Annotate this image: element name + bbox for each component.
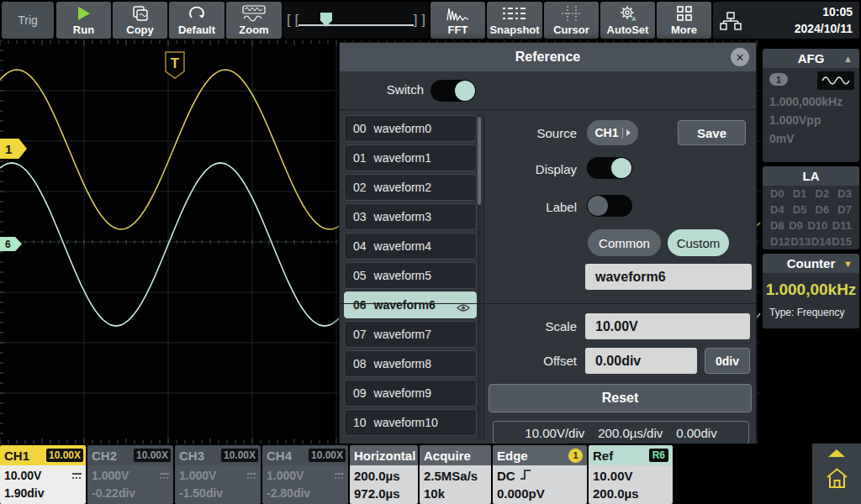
more-label: More bbox=[671, 24, 697, 36]
dc-coupling-icon bbox=[246, 467, 257, 485]
ch1-status-block[interactable]: CH110.00X 10.00V 1.90div bbox=[0, 445, 86, 504]
svg-text:A: A bbox=[631, 15, 637, 22]
divider bbox=[340, 303, 756, 304]
run-label: Run bbox=[73, 24, 94, 36]
snapshot-button[interactable]: Snapshot bbox=[487, 2, 542, 39]
network-icon bbox=[720, 12, 742, 34]
acquire-status-block[interactable]: Acquire 2.5MSa/s10k bbox=[420, 445, 491, 504]
scrollbar-thumb[interactable] bbox=[478, 117, 481, 205]
list-item-waveform5[interactable]: 05waveform5 bbox=[344, 262, 477, 289]
date-text: 2024/10/11 bbox=[795, 22, 853, 35]
save-button[interactable]: Save bbox=[678, 120, 746, 145]
custom-button[interactable]: Custom bbox=[668, 229, 729, 256]
ch3-status-block[interactable]: CH310.00X 1.000V -1.50div bbox=[175, 445, 261, 504]
svg-text:T: T bbox=[171, 55, 180, 71]
dialog-titlebar[interactable]: Reference ✕ bbox=[340, 43, 756, 71]
zoom-label: Zoom bbox=[239, 24, 268, 36]
right-sidebar: AFG ▲ 1 1.000,000kHz 1.000Vpp 0mV LA D0D… bbox=[761, 40, 861, 444]
autoset-label: AutoSet bbox=[607, 24, 649, 36]
cursor-crosshair-icon bbox=[561, 5, 583, 22]
ch4-status-block[interactable]: CH410.00X 1.000V -2.80div bbox=[262, 445, 348, 504]
home-icon[interactable] bbox=[826, 467, 848, 492]
list-item-waveform9[interactable]: 09waveform9 bbox=[344, 380, 477, 407]
reset-button[interactable]: Reset bbox=[489, 384, 752, 412]
list-item-waveform7[interactable]: 07waveform7 bbox=[344, 321, 477, 348]
expand-up-icon[interactable] bbox=[828, 449, 845, 457]
trigger-source-badge: 1 bbox=[568, 449, 583, 463]
more-button[interactable]: More bbox=[657, 2, 711, 39]
list-item-waveform0[interactable]: 00waveform0 bbox=[344, 115, 477, 142]
horizontal-status-block[interactable]: Horizontal 200.0µs972.0µs bbox=[350, 445, 418, 504]
list-item-waveform3[interactable]: 03waveform3 bbox=[344, 203, 477, 230]
divider bbox=[483, 113, 484, 440]
play-icon bbox=[78, 5, 90, 22]
trig-button[interactable]: Trig bbox=[2, 2, 54, 39]
list-item-waveform1[interactable]: 01waveform1 bbox=[344, 144, 477, 171]
ch1-marker-label: 1 bbox=[5, 142, 12, 156]
default-label: Default bbox=[178, 24, 215, 36]
display-toggle[interactable] bbox=[587, 157, 632, 179]
offset-label: Offset bbox=[489, 354, 577, 368]
list-item-waveform4[interactable]: 04waveform4 bbox=[344, 233, 477, 260]
ch2-probe-badge: 10.00X bbox=[134, 449, 171, 462]
common-button[interactable]: Common bbox=[588, 229, 661, 256]
la-panel-header[interactable]: LA bbox=[763, 166, 859, 186]
rising-edge-icon bbox=[520, 467, 531, 485]
label-toggle[interactable] bbox=[587, 195, 632, 217]
copy-icon bbox=[131, 5, 150, 22]
info-offset: 0.00div bbox=[676, 426, 716, 440]
ch2-status-block[interactable]: CH210.00X 1.000V -0.22div bbox=[87, 445, 173, 504]
cursor-button[interactable]: Cursor bbox=[544, 2, 599, 39]
zoom-button[interactable]: Zoom bbox=[226, 2, 282, 39]
label-label: Label bbox=[489, 200, 577, 214]
dialog-title: Reference bbox=[515, 50, 580, 65]
slider-rail bbox=[298, 24, 414, 26]
chevron-right-icon bbox=[626, 129, 631, 136]
list-item-waveform10[interactable]: 10waveform10 bbox=[344, 409, 477, 436]
scale-input[interactable]: 10.00V bbox=[585, 313, 750, 339]
clock-panel[interactable]: 10:05 2024/10/11 bbox=[713, 2, 859, 39]
afg-offset: 0mV bbox=[769, 132, 795, 145]
status-bar: CH110.00X 10.00V 1.90div CH210.00X 1.000… bbox=[0, 444, 861, 504]
list-icon bbox=[502, 5, 527, 22]
list-item-waveform6-selected[interactable]: 06waveform6 bbox=[344, 291, 477, 318]
edge-trigger-status-block[interactable]: Edge 1 DC 0.000pV bbox=[493, 445, 587, 504]
reference-dialog: Reference ✕ Switch 00waveform0 01wavefor… bbox=[339, 42, 757, 445]
offset-zero-button[interactable]: 0div bbox=[705, 348, 750, 374]
afg-channel-badge: 1 bbox=[769, 73, 788, 86]
gear-icon: A bbox=[618, 5, 638, 22]
copy-label: Copy bbox=[126, 24, 154, 36]
slider-right-bracket: ] ] bbox=[414, 12, 425, 29]
ref-status-block[interactable]: Ref R6 10.00V200.0µs bbox=[589, 445, 673, 504]
display-label: Display bbox=[489, 162, 577, 176]
list-scrollbar[interactable] bbox=[478, 115, 481, 440]
source-label: Source bbox=[489, 126, 577, 140]
afg-panel-header[interactable]: AFG ▲ bbox=[763, 49, 859, 68]
afg-amplitude: 1.000Vpp bbox=[769, 113, 821, 127]
time-text: 10:05 bbox=[822, 5, 853, 18]
waveform-name-input[interactable]: waveform6 bbox=[585, 264, 752, 290]
reference-switch-toggle[interactable] bbox=[430, 80, 476, 102]
source-select[interactable]: CH1 bbox=[587, 120, 638, 145]
la-panel-body[interactable]: D0D1D2D3 D4D5D6D7 D8D9D10D11 D12D13D14D1… bbox=[763, 186, 859, 249]
counter-panel-body[interactable]: 1.000,00kHz Type: Frequency bbox=[763, 273, 859, 328]
zoom-wave-icon bbox=[241, 5, 267, 22]
ref6-marker-label: 6 bbox=[5, 239, 11, 250]
offset-input[interactable]: 0.00div bbox=[585, 348, 697, 374]
home-panel[interactable] bbox=[812, 444, 861, 504]
close-icon[interactable]: ✕ bbox=[731, 48, 749, 66]
list-item-waveform2[interactable]: 02waveform2 bbox=[344, 174, 477, 201]
afg-panel-body[interactable]: 1 1.000,000kHz 1.000Vpp 0mV bbox=[763, 68, 859, 162]
reset-arrow-icon bbox=[188, 5, 206, 22]
fft-button[interactable]: FFT bbox=[430, 2, 485, 39]
horizontal-position-slider[interactable]: [ [ ] ] bbox=[283, 2, 429, 39]
autoset-button[interactable]: A AutoSet bbox=[600, 2, 655, 39]
copy-button[interactable]: Copy bbox=[113, 2, 167, 39]
info-vdiv: 10.00V/div bbox=[525, 426, 584, 440]
scale-label: Scale bbox=[489, 319, 577, 333]
counter-type: Type: Frequency bbox=[769, 307, 844, 318]
run-button[interactable]: Run bbox=[56, 2, 111, 39]
counter-panel-header[interactable]: Counter ▼ bbox=[763, 254, 859, 273]
default-button[interactable]: Default bbox=[169, 2, 224, 39]
list-item-waveform8[interactable]: 08waveform8 bbox=[344, 350, 477, 377]
